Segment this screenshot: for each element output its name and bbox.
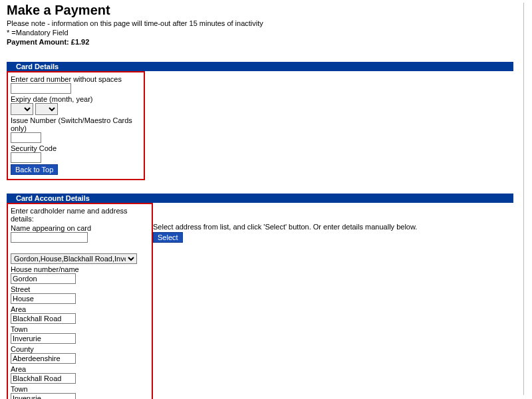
security-code-label: Security Code [11, 144, 141, 152]
town1-input[interactable] [11, 333, 76, 344]
house-label: House number/name [11, 265, 149, 273]
town1-label: Town [11, 325, 149, 333]
area2-input[interactable] [11, 373, 76, 384]
street-label: Street [11, 285, 149, 293]
expiry-label: Expiry date (month, year) [11, 95, 141, 103]
account-details-box: Enter cardholder name and address detail… [7, 203, 153, 399]
mandatory-hint: * =Mandatory Field [7, 29, 525, 37]
name-on-card-label: Name appearing on card [11, 224, 149, 232]
county1-label: County [11, 345, 149, 353]
select-address-button[interactable]: Select [153, 232, 183, 243]
town2-input[interactable] [11, 393, 76, 399]
issue-number-input[interactable] [11, 132, 41, 143]
county1-input[interactable] [11, 353, 76, 364]
section-card-details-header: Card Details [7, 62, 513, 71]
card-details-box: Enter card number without spaces Expiry … [7, 71, 145, 180]
name-on-card-input[interactable] [11, 232, 88, 243]
area1-label: Area [11, 305, 149, 313]
address-select[interactable]: Gordon,House,Blackhall Road,Inverurie,A [11, 253, 137, 264]
back-to-top-button[interactable]: Back to Top [11, 164, 58, 175]
card-number-label: Enter card number without spaces [11, 75, 141, 83]
security-code-input[interactable] [11, 152, 41, 163]
street-input[interactable] [11, 293, 76, 304]
area2-label: Area [11, 365, 149, 373]
timeout-note: Please note - information on this page w… [7, 19, 525, 27]
house-input[interactable] [11, 273, 76, 284]
page-title: Make a Payment [7, 3, 525, 18]
town2-label: Town [11, 385, 149, 393]
issue-number-label: Issue Number (Switch/Maestro Cards only) [11, 116, 141, 132]
card-number-input[interactable] [11, 83, 71, 94]
payment-amount: Payment Amount: £1.92 [7, 38, 525, 46]
expiry-month-select[interactable] [11, 103, 33, 115]
section-account-details-header: Card Account Details [7, 194, 513, 203]
address-prompt: Select address from list, and click 'Sel… [153, 223, 419, 231]
expiry-year-select[interactable] [35, 103, 58, 115]
area1-input[interactable] [11, 313, 76, 324]
account-intro: Enter cardholder name and address detail… [11, 207, 149, 223]
